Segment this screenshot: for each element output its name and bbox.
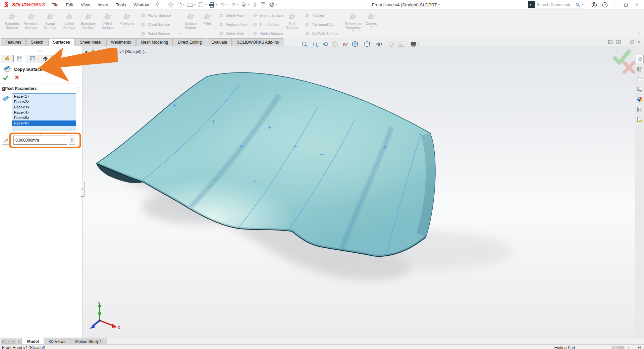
open-button[interactable]: ▾ (186, 1, 197, 8)
design-library-icon[interactable] (636, 65, 644, 73)
home-button[interactable] (166, 1, 175, 9)
offset-parameters-header[interactable]: Offset Parameters ⌃ (2, 86, 80, 91)
untrim-surface-button[interactable]: Untrim Surface (252, 30, 283, 37)
surface-flatten-button[interactable]: Surface Flatten (181, 11, 200, 30)
status-globe-icon[interactable] (637, 345, 642, 349)
hood-3d-model[interactable] (83, 46, 635, 338)
custom-properties-icon[interactable] (636, 105, 644, 113)
selection-filter-icon[interactable] (251, 1, 259, 8)
extend-surface-button[interactable]: Extend Surface (252, 12, 283, 19)
tab-scroll-last-icon[interactable]: ▸| (17, 339, 22, 344)
delete-face-button[interactable]: Delete Face (219, 12, 248, 19)
restore-button[interactable] (621, 1, 631, 9)
ruled-surface-button[interactable]: Ruled Surface▾ (141, 30, 180, 37)
planar-surface-button[interactable]: Planar Surface (141, 12, 180, 19)
thicken-button[interactable]: Thicken (305, 12, 338, 19)
help-button[interactable] (600, 1, 610, 9)
appearances-icon[interactable] (636, 95, 644, 103)
document-preview-icon[interactable] (636, 115, 644, 123)
view-palette-icon[interactable] (636, 85, 644, 93)
tab-surfaces[interactable]: Surfaces (48, 38, 75, 46)
apply-scene-button[interactable]: ▾ (397, 40, 408, 48)
home-icon[interactable] (636, 55, 644, 63)
menu-file[interactable]: File (48, 2, 62, 7)
new-document-button[interactable]: ▾ (175, 1, 186, 8)
face-list-item[interactable]: Face<1> (12, 94, 76, 99)
print-button[interactable]: ▾ (207, 1, 218, 9)
face-list-item-selected[interactable]: Face<6> (12, 120, 76, 126)
stepper-up-icon[interactable]: ▲ (71, 138, 73, 140)
freeform-button[interactable]: Freeform (117, 11, 136, 26)
reference-geometry-button[interactable]: Reference Geometry▾ (343, 11, 364, 32)
face-list-item[interactable]: Face<3> (12, 104, 76, 110)
undo-button[interactable]: ▾ (218, 1, 229, 8)
flip-offset-direction-button[interactable] (2, 136, 10, 145)
hide-show-items-button[interactable]: ▾ (375, 40, 386, 48)
cut-with-surface-button[interactable]: Cut With Surface (305, 30, 338, 37)
panel-width-grip[interactable] (81, 182, 85, 197)
pane-expand-icon[interactable] (616, 40, 621, 44)
face-list-item[interactable]: Face<4> (12, 110, 76, 115)
tab-sketch[interactable]: Sketch (26, 38, 48, 46)
close-button[interactable]: × (632, 1, 642, 9)
menu-tools[interactable]: Tools (112, 2, 129, 7)
search-dropdown-icon[interactable]: ▾ (581, 3, 585, 6)
display-manager-tab[interactable] (52, 55, 64, 62)
search-input[interactable] (535, 2, 575, 7)
ribbon-collapse-icon[interactable]: ⌃ (638, 33, 641, 36)
zoom-to-area-button[interactable] (310, 40, 319, 48)
ruled-surface-dropdown-icon[interactable]: ▾ (179, 32, 180, 35)
tab-features[interactable]: Features (1, 38, 26, 46)
face-list-item[interactable]: Face<2> (12, 99, 76, 104)
panel-splitter-handle[interactable] (39, 50, 41, 52)
tab-weldments[interactable]: Weldments (106, 38, 136, 46)
doc-restore-icon[interactable] (630, 40, 634, 44)
trim-surface-button[interactable]: Trim Surface (252, 21, 283, 28)
menu-edit[interactable]: Edit (62, 2, 77, 7)
curves-dropdown-icon[interactable]: ▾ (371, 26, 372, 28)
model-tab[interactable]: Model (22, 338, 44, 344)
delete-hole-button[interactable]: Delete Hole (219, 30, 248, 37)
replace-face-button[interactable]: Replace Face (219, 21, 248, 28)
redo-button[interactable]: ▾ (229, 1, 240, 8)
status-units[interactable]: MMGS (612, 345, 625, 349)
curves-button[interactable]: Curves▾ (364, 11, 379, 28)
collapse-section-icon[interactable]: ⌃ (78, 87, 80, 91)
boundary-surface-button[interactable]: Boundary Surface (79, 11, 98, 30)
annotation-views-button[interactable] (340, 40, 350, 48)
offset-distance-input[interactable] (13, 136, 67, 145)
knit-surface-button[interactable]: Knit Surface (284, 11, 300, 30)
stepper-down-icon[interactable]: ▼ (71, 140, 73, 143)
graphics-area[interactable]: ▶ Front Hood v4 (Straight) (... Y X (83, 46, 635, 338)
filled-surface-button[interactable]: Filled Surface (98, 11, 117, 30)
view-settings-button[interactable]: ▾ (409, 40, 420, 48)
list-resize-handle[interactable] (40, 133, 42, 135)
zoom-to-fit-button[interactable] (300, 40, 309, 48)
tab-scroll-first-icon[interactable]: |◂ (1, 339, 6, 344)
section-view-button[interactable] (330, 40, 339, 48)
task-pane-options-icon[interactable] (259, 1, 267, 8)
doc-close-icon[interactable]: × (638, 39, 641, 45)
search-icon[interactable] (575, 2, 581, 7)
reference-geometry-dropdown-icon[interactable]: ▾ (353, 30, 354, 32)
pane-layout-icon[interactable] (608, 40, 613, 44)
motion-study-tab[interactable]: Motion Study 1 (70, 338, 107, 344)
3d-views-tab[interactable]: 3D Views (44, 338, 70, 344)
breadcrumb-expand-icon[interactable]: ▶ (86, 50, 88, 53)
confirmation-cancel-button[interactable] (622, 60, 635, 75)
search-commands-box[interactable]: >_ ▾ (528, 1, 585, 8)
swept-surface-button[interactable]: Swept Surface (41, 11, 60, 30)
panel-flyout-icon[interactable]: ▶ (79, 56, 82, 59)
save-button[interactable]: ▾ (197, 1, 207, 8)
tab-solidworks-addins[interactable]: SOLIDWORKS Add-Ins (232, 38, 283, 46)
ok-check-button[interactable] (3, 75, 8, 80)
tab-scroll-prev-icon[interactable]: ◂ (6, 339, 11, 344)
menu-view[interactable]: View (77, 2, 94, 7)
display-style-button[interactable]: ▾ (363, 40, 374, 48)
breadcrumb[interactable]: ▶ Front Hood v4 (Straight) (... (86, 49, 147, 54)
dimxpert-manager-tab[interactable] (39, 55, 52, 62)
configuration-manager-tab[interactable] (26, 55, 39, 62)
previous-view-button[interactable] (320, 40, 329, 48)
property-manager-tab[interactable] (13, 55, 26, 62)
units-dropdown-icon[interactable]: ▲ (627, 346, 630, 349)
